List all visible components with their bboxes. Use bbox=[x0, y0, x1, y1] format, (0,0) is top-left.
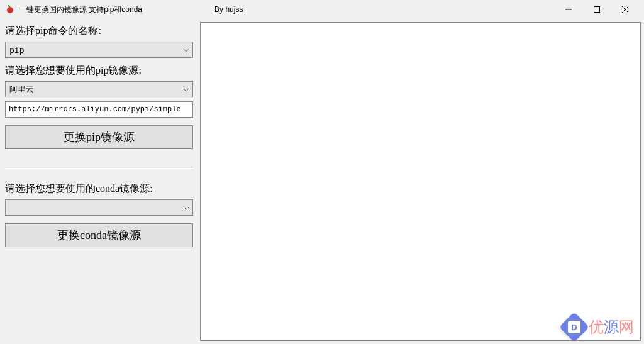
pip-url-input[interactable]: https://mirrors.aliyun.com/pypi/simple bbox=[5, 101, 193, 118]
output-area[interactable] bbox=[200, 22, 641, 341]
maximize-button[interactable] bbox=[582, 0, 611, 19]
close-button[interactable] bbox=[611, 0, 639, 19]
pip-mirror-select[interactable]: 阿里云 bbox=[5, 81, 193, 97]
conda-mirror-select[interactable] bbox=[5, 199, 193, 216]
window-controls bbox=[554, 0, 639, 19]
pip-mirror-value: 阿里云 bbox=[9, 84, 34, 95]
pip-mirror-label: 请选择您想要使用的pip镜像源: bbox=[5, 64, 193, 77]
change-conda-button[interactable]: 更换conda镜像源 bbox=[5, 223, 193, 247]
chevron-down-icon bbox=[184, 204, 189, 211]
change-pip-button[interactable]: 更换pip镜像源 bbox=[5, 125, 193, 149]
chevron-down-icon bbox=[184, 86, 189, 93]
divider bbox=[5, 167, 193, 167]
left-panel: 请选择pip命令的名称: pip 请选择您想要使用的pip镜像源: 阿里云 ht… bbox=[3, 22, 195, 341]
pip-cmd-value: pip bbox=[9, 45, 24, 55]
main-container: 请选择pip命令的名称: pip 请选择您想要使用的pip镜像源: 阿里云 ht… bbox=[0, 19, 644, 344]
svg-point-0 bbox=[7, 7, 13, 13]
pip-url-value: https://mirrors.aliyun.com/pypi/simple bbox=[9, 105, 181, 114]
chevron-down-icon bbox=[184, 47, 189, 53]
conda-mirror-label: 请选择您想要使用的conda镜像源: bbox=[5, 182, 193, 196]
window-title: 一键更换国内镜像源 支持pip和conda bbox=[19, 4, 142, 15]
pip-cmd-select[interactable]: pip bbox=[5, 42, 193, 58]
titlebar: 一键更换国内镜像源 支持pip和conda By hujss bbox=[0, 0, 644, 19]
app-icon bbox=[5, 4, 15, 14]
pip-cmd-label: 请选择pip命令的名称: bbox=[5, 25, 193, 38]
svg-rect-3 bbox=[594, 7, 599, 13]
minimize-button[interactable] bbox=[554, 0, 582, 19]
window-author: By hujss bbox=[214, 5, 243, 14]
